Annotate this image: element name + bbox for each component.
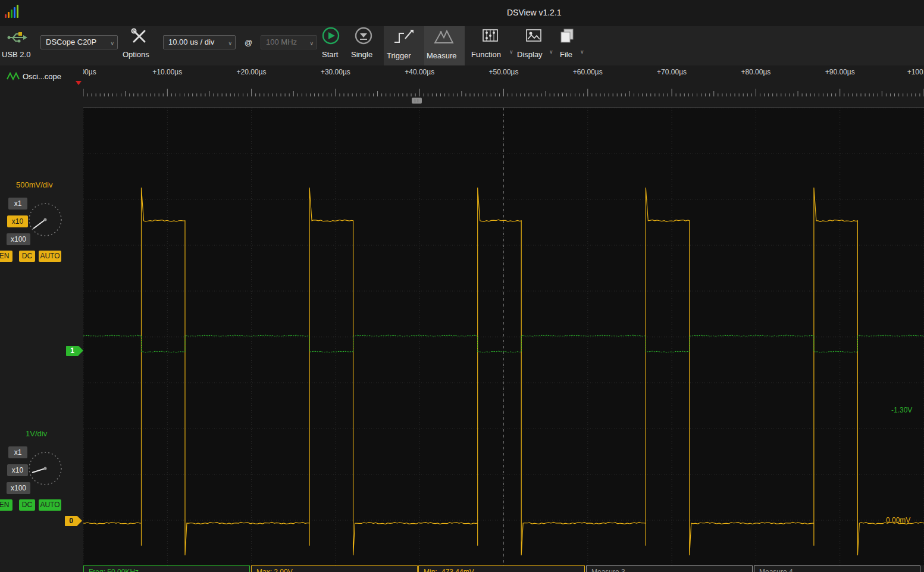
ruler-tick-label: +10.00µs <box>140 68 194 76</box>
measure-panel[interactable]: Measure 3 <box>586 565 753 572</box>
trigger-button: Trigger <box>387 51 411 60</box>
ruler-tick-label: +100.00µs <box>897 68 924 76</box>
single-capture-icon[interactable] <box>354 26 373 45</box>
options-button[interactable]: Options <box>123 50 149 59</box>
chevron-down-icon[interactable]: ∨ <box>580 49 584 55</box>
ch1-probe-x1-button[interactable]: x1 <box>8 446 27 458</box>
ruler-tick-label: +80.00µs <box>729 68 782 76</box>
time-ruler-labels[interactable]: +0.00µs+10.00µs+20.00µs+30.00µs+40.00µs+… <box>83 67 924 80</box>
ch0-probe-x10-button[interactable]: x10 <box>7 215 28 227</box>
waveform-canvas[interactable] <box>83 108 924 566</box>
toolbar: USB 2.0 DSCope C20P ∨ Options 10.00 us /… <box>0 26 924 65</box>
waveform-plot[interactable] <box>83 107 924 565</box>
samplerate-select-value: 100 MHz <box>266 37 297 46</box>
trigger-position-handle[interactable] <box>412 98 422 104</box>
oscilloscope-dock: Osci...cope 500mV/div x1 x10 x100 EN DC … <box>0 65 83 572</box>
measure-panel[interactable]: Min: -473.44mV <box>418 565 585 572</box>
function-button[interactable]: Function <box>471 50 501 59</box>
ch0-probe-x1-button[interactable]: x1 <box>8 198 27 210</box>
ch1-probe-x100-button[interactable]: x100 <box>7 482 30 494</box>
options-wrench-icon[interactable] <box>130 27 148 44</box>
at-symbol: @ <box>245 38 252 47</box>
ruler-tick-label: +60.00µs <box>561 68 615 76</box>
display-icon[interactable] <box>525 28 543 43</box>
ruler-tick-label: +0.00µs <box>83 68 110 76</box>
timebase-select[interactable]: 10.00 us / div ∨ <box>163 35 236 49</box>
chevron-down-icon[interactable]: ∨ <box>509 49 513 55</box>
ch0-auto-button[interactable]: AUTO <box>39 251 61 262</box>
measure-icon <box>433 28 456 46</box>
ruler-tick-label: +90.00µs <box>813 68 867 76</box>
ch1-trigger-level-label: -1.30V <box>891 406 912 414</box>
device-select-value: DSCope C20P <box>46 37 96 46</box>
ruler-tick-label: +40.00µs <box>393 68 446 76</box>
ch0-enable-button[interactable]: EN <box>0 251 12 262</box>
measure-toolblock[interactable]: Measure <box>424 26 465 65</box>
time-ruler-ticks[interactable] <box>83 83 924 96</box>
ch1-zero-flag[interactable]: 1 <box>66 346 79 356</box>
dock-title[interactable]: Osci...cope <box>23 72 61 81</box>
ch0-coupling-button[interactable]: DC <box>19 251 35 262</box>
ruler-tick-label: +70.00µs <box>645 68 699 76</box>
function-icon[interactable] <box>481 27 499 44</box>
file-button[interactable]: File <box>560 50 572 59</box>
samplerate-select[interactable]: 100 MHz ∨ <box>261 35 317 49</box>
trigger-icon <box>393 28 415 46</box>
ch1-coupling-button[interactable]: DC <box>19 499 35 511</box>
ch0-zero-flag[interactable]: 0 <box>65 516 77 526</box>
timebase-select-value: 10.00 us / div <box>168 37 214 46</box>
measure-button: Measure <box>427 51 457 60</box>
ch1-vdiv-knob[interactable] <box>27 443 64 494</box>
ch0-vdiv-label[interactable]: 500mV/div <box>16 180 52 189</box>
chevron-down-icon: ∨ <box>110 37 114 50</box>
trigger-toolblock[interactable]: Trigger <box>384 26 424 65</box>
ruler-tick-label: +20.00µs <box>225 68 278 76</box>
ruler-tick-label: +30.00µs <box>309 68 362 76</box>
measure-panel[interactable]: Measure 4 <box>754 565 920 572</box>
measure-panel[interactable]: Max: 2.00V <box>251 565 418 572</box>
start-icon[interactable] <box>321 26 340 45</box>
measure-panel[interactable]: Freq: 50.00KHz <box>83 565 250 572</box>
chevron-down-icon[interactable]: ∨ <box>549 49 553 55</box>
display-button[interactable]: Display <box>517 50 543 59</box>
window-title: DSView v1.2.1 <box>507 8 562 17</box>
ch0-vdiv-knob[interactable] <box>27 194 64 245</box>
chevron-down-icon: ∨ <box>309 37 314 50</box>
ch0-trigger-level-label: 0.00mV <box>886 516 910 524</box>
ch1-probe-x10-button[interactable]: x10 <box>7 464 28 476</box>
device-select[interactable]: DSCope C20P ∨ <box>40 35 118 49</box>
ch1-enable-button[interactable]: EN <box>0 499 12 511</box>
start-button[interactable]: Start <box>322 50 338 59</box>
chevron-down-icon: ∨ <box>228 37 232 50</box>
usb-status-label: USB 2.0 <box>2 50 30 59</box>
ruler-tick-label: +50.00µs <box>477 68 531 76</box>
file-icon[interactable] <box>558 27 576 44</box>
dock-active-marker-icon <box>76 81 82 85</box>
usb-icon <box>6 31 29 44</box>
ch1-vdiv-label[interactable]: 1V/div <box>26 429 47 438</box>
ch1-auto-button[interactable]: AUTO <box>39 499 61 511</box>
ch0-probe-x100-button[interactable]: x100 <box>7 233 30 245</box>
waveform-icon <box>6 71 23 82</box>
title-bar: DSView v1.2.1 <box>0 0 924 26</box>
app-logo-icon <box>5 4 21 18</box>
single-button[interactable]: Single <box>351 50 372 59</box>
